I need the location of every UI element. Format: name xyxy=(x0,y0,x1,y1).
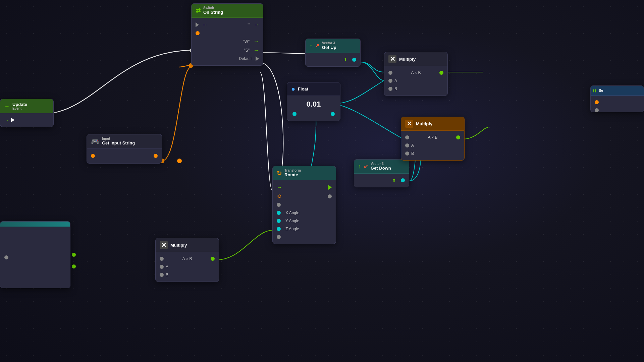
input-body xyxy=(87,148,162,163)
exec-arrow: → xyxy=(4,117,9,123)
partial-top-right-label: Se xyxy=(599,88,603,93)
transform-header: ↻ Transform Rotate xyxy=(273,166,336,180)
multiply-mid-x-icon: ✕ xyxy=(405,120,413,128)
switch-exec-in-port xyxy=(196,22,199,27)
multiply-bot-axb-label: A × B xyxy=(182,256,192,261)
vector3-up-main: Get Up xyxy=(322,45,336,50)
float-body: 0.01 xyxy=(287,96,340,121)
multiply-top-body: A × B A B xyxy=(384,66,447,96)
switch-empty-arrow: → xyxy=(254,22,259,28)
vector3-down-main: Get Down xyxy=(371,166,391,171)
multiply-mid-node: ✕ Multiply A × B A B xyxy=(401,117,465,161)
vector3-get-up-node: ↑ ↗ Vector 3 Get Up ⬆ xyxy=(305,39,361,67)
multiply-top-title: Multiply xyxy=(399,57,416,62)
float-out-port xyxy=(331,112,335,116)
transform-icon: ↻ xyxy=(277,170,282,177)
vector3-down-header: ↑ ↙ Vector 3 Get Down xyxy=(354,160,409,174)
float-in-port xyxy=(292,112,297,116)
partial-top-right-body xyxy=(591,96,644,112)
multiply-top-a-in-port xyxy=(388,79,392,83)
multiply-bot-body: A × B A B xyxy=(156,252,219,282)
switch-exec-arrow: → xyxy=(202,22,208,28)
vector3-up-out-port xyxy=(352,58,356,62)
multiply-mid-b-label: B xyxy=(411,151,414,156)
vector3-down-out-row: ⬆ xyxy=(354,176,409,184)
multiply-mid-b-row: B xyxy=(401,149,464,158)
vector3-up-header: ↑ ↗ Vector 3 Get Up xyxy=(306,39,360,53)
multiply-bot-b-port xyxy=(160,273,164,277)
multiply-top-out-port xyxy=(439,71,443,75)
update-event-header: → Update Event xyxy=(0,99,53,113)
input-out-port-left xyxy=(91,154,95,158)
switch-title-main: On String xyxy=(203,10,223,15)
update-event-title: Update xyxy=(12,102,27,107)
multiply-top-a-row: A xyxy=(384,77,447,85)
switch-s-arrow: → xyxy=(254,47,259,53)
switch-w-label: "W" xyxy=(243,39,250,44)
switch-string-in-port xyxy=(196,31,200,35)
multiply-top-a-label: A xyxy=(394,78,397,83)
multiply-bot-node: ✕ Multiply A × B A B xyxy=(155,238,219,282)
multiply-mid-axb-label: A × B xyxy=(428,135,437,140)
multiply-bot-a-in-port xyxy=(160,265,164,269)
partial-right-port2 xyxy=(595,108,599,112)
float-node: ● Float 0.01 xyxy=(287,82,340,121)
switch-title-small: Switch xyxy=(203,6,223,10)
vector3-down-arrow-icon: ↙ xyxy=(364,163,368,170)
switch-w-row: "W" → xyxy=(192,37,263,46)
multiply-bot-x-icon: ✕ xyxy=(160,241,168,249)
transform-x-row: X Angle xyxy=(273,209,336,217)
switch-header: ⇄ Switch On String xyxy=(192,4,263,18)
switch-on-string-node: ⇄ Switch On String → "" → "W" → "S" → De… xyxy=(191,3,263,66)
vector3-down-arrows: ⬆ xyxy=(392,178,396,183)
multiply-mid-out-port xyxy=(456,135,460,139)
transform-z-label: Z Angle xyxy=(285,227,299,231)
vector3-down-out-port xyxy=(401,178,405,182)
multiply-top-axb-label: A × B xyxy=(411,70,421,75)
switch-empty-label: "" xyxy=(248,23,250,27)
switch-s-row: "S" → xyxy=(192,46,263,55)
multiply-top-header: ✕ Multiply xyxy=(384,52,447,66)
exec-out-port xyxy=(11,118,14,122)
multiply-top-b-row: B xyxy=(384,85,447,93)
multiply-bot-header: ✕ Multiply xyxy=(156,238,219,252)
partial-top-right-icon: ⟨⟩ xyxy=(593,88,596,93)
float-circle-icon: ● xyxy=(291,85,295,93)
multiply-top-a-port xyxy=(388,71,392,75)
multiply-mid-a-row: A xyxy=(401,141,464,149)
transform-obj-row2 xyxy=(273,201,336,209)
float-value: 0.01 xyxy=(287,99,340,110)
vector3-get-down-node: ↑ ↙ Vector 3 Get Down ⬆ xyxy=(354,159,409,187)
partial-node-bottom-left xyxy=(0,221,70,288)
switch-default-row: Default xyxy=(192,55,263,63)
transform-y-row: Y Angle xyxy=(273,217,336,225)
transform-rotate-node: ↻ Transform Rotate → ⟲ X Angle Y Angle xyxy=(272,166,336,244)
switch-orange-port-row xyxy=(192,29,263,37)
transform-body: → ⟲ X Angle Y Angle Z Angle xyxy=(273,180,336,244)
vector3-up-arrow-icon: ↗ xyxy=(315,43,319,49)
gamepad-icon: 🎮 xyxy=(91,137,99,145)
switch-default-label: Default xyxy=(239,56,252,61)
transform-obj-port xyxy=(328,194,332,198)
switch-s-label: "S" xyxy=(244,48,250,53)
transform-title-main: Rotate xyxy=(284,172,301,177)
transform-x-label: X Angle xyxy=(285,210,299,215)
transform-extra-port-row xyxy=(273,233,336,241)
multiply-top-b-port xyxy=(388,87,392,91)
transform-exec-row: → xyxy=(273,183,336,192)
update-event-body: → xyxy=(0,113,53,127)
partial-top-right-header: ⟨⟩ Se xyxy=(591,86,644,96)
input-header: 🎮 Input Get Input String xyxy=(87,134,162,148)
multiply-bot-axb-row: A × B xyxy=(156,255,219,263)
transform-obj-in-port xyxy=(277,203,281,207)
switch-icon: ⇄ xyxy=(196,7,201,14)
transform-extra-port xyxy=(277,235,281,239)
multiply-bot-title: Multiply xyxy=(170,243,187,248)
vector3-up-icon: ↑ xyxy=(310,43,312,49)
vector3-down-icon: ↑ xyxy=(358,164,361,170)
multiply-mid-a-label: A xyxy=(411,143,414,148)
multiply-bot-a-row: A xyxy=(156,263,219,271)
multiply-bot-b-label: B xyxy=(166,273,168,277)
multiply-mid-axb-row: A × B xyxy=(401,133,464,141)
input-title-main: Get Input String xyxy=(102,140,135,145)
